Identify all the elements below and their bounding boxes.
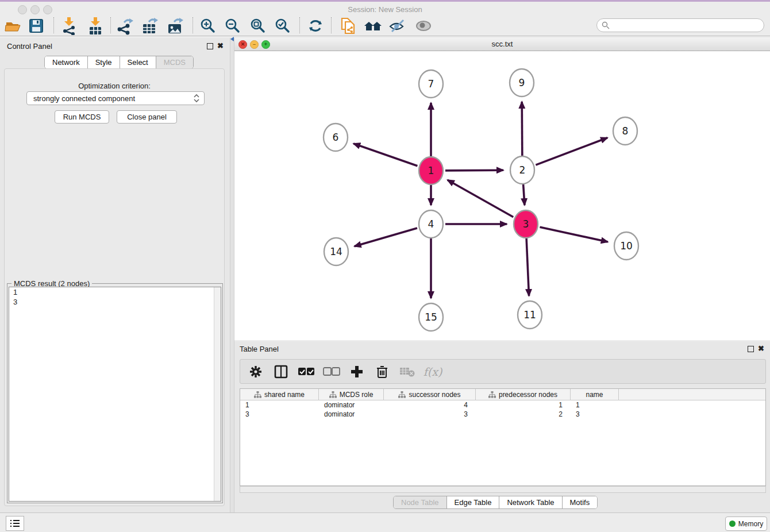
column-chooser-icon[interactable] [272, 364, 290, 380]
graph-edge-1-6[interactable] [353, 144, 417, 166]
close-panel-button[interactable]: Close panel [117, 110, 177, 124]
export-network-icon[interactable] [116, 17, 135, 35]
column-header-successor-nodes[interactable]: successor nodes [384, 389, 476, 400]
criterion-value: strongly connected component [27, 94, 194, 103]
graph-edge-3-10[interactable] [540, 227, 607, 242]
tab-select[interactable]: Select [120, 56, 156, 68]
function-builder-icon[interactable]: f(x) [424, 364, 441, 380]
network-from-selection-icon[interactable] [338, 17, 357, 35]
memory-button[interactable]: Memory [725, 516, 767, 531]
graph-node-label-2: 2 [519, 164, 526, 176]
column-header-label: MCDS role [340, 391, 374, 399]
graph-edge-1-2[interactable] [445, 170, 503, 171]
tab-node-table[interactable]: Node Table [394, 496, 447, 508]
table-cell[interactable]: 2 [476, 410, 571, 419]
hide-selected-icon[interactable] [388, 17, 407, 35]
criterion-select[interactable]: strongly connected component [26, 91, 205, 105]
graph-node-label-8: 8 [622, 125, 629, 137]
unselect-all-columns-icon[interactable] [323, 364, 340, 380]
select-stepper-icon [194, 94, 199, 103]
mcds-result-box: MCDS result (2 nodes) 13 [7, 283, 223, 503]
column-type-icon [254, 391, 261, 398]
graph-edge-4-14[interactable] [355, 228, 417, 246]
delete-table-icon[interactable] [399, 364, 416, 380]
memory-status-icon [729, 521, 736, 527]
table-toolbar: f(x) [240, 359, 766, 384]
column-header-label: shared name [264, 391, 305, 399]
table-settings-icon[interactable] [247, 364, 264, 380]
memory-label: Memory [738, 520, 763, 528]
graph-edge-2-8[interactable] [536, 138, 607, 165]
graph-node-label-9: 9 [519, 77, 525, 88]
graph-edge-2-9[interactable] [522, 102, 522, 156]
control-panel-close-icon[interactable]: ✖ [217, 43, 224, 49]
table-row[interactable]: 3dominator323 [240, 410, 765, 419]
table-horizontal-scrollbar[interactable] [240, 486, 766, 493]
table-cell[interactable]: 1 [476, 400, 571, 410]
table-row[interactable]: 1dominator411 [240, 400, 765, 410]
zoom-fit-icon[interactable] [248, 17, 268, 35]
main-toolbar [0, 16, 770, 36]
table-cell[interactable]: dominator [319, 410, 384, 419]
tab-mcds[interactable]: MCDS [156, 56, 193, 68]
show-all-icon[interactable] [414, 17, 433, 35]
save-session-icon[interactable] [26, 17, 46, 35]
search-input[interactable] [610, 21, 756, 30]
network-window-titlebar[interactable]: ✕ – + scc.txt [234, 38, 770, 51]
column-type-icon [398, 391, 406, 398]
column-type-icon [329, 391, 337, 398]
graph-edge-2-3[interactable] [523, 184, 525, 205]
result-scrollbar[interactable] [214, 287, 221, 501]
tab-network-table[interactable]: Network Table [499, 496, 562, 508]
table-cell[interactable]: dominator [319, 400, 384, 410]
tab-style[interactable]: Style [88, 56, 120, 68]
toolbar-separator [110, 17, 111, 33]
search-box[interactable] [596, 18, 764, 32]
mcds-result-value: 1 [9, 287, 221, 297]
delete-column-icon[interactable] [374, 364, 391, 380]
column-header-MCDS-role[interactable]: MCDS role [319, 389, 384, 400]
graph-node-label-4: 4 [428, 218, 434, 230]
zoom-in-icon[interactable] [198, 17, 218, 35]
column-header-name[interactable]: name [571, 389, 619, 400]
import-network-icon[interactable] [59, 17, 79, 35]
refresh-icon[interactable] [306, 17, 325, 35]
table-cell[interactable]: 1 [571, 400, 619, 410]
table-cell[interactable]: 1 [240, 400, 319, 410]
first-neighbors-icon[interactable] [363, 17, 383, 35]
import-table-icon[interactable] [86, 17, 105, 35]
zoom-out-icon[interactable] [223, 17, 242, 35]
node-table[interactable]: shared nameMCDS rolesuccessor nodesprede… [240, 388, 766, 486]
vertical-splitter[interactable] [230, 38, 234, 512]
optimization-criterion-label: Optimization criterion: [5, 82, 224, 90]
network-canvas[interactable]: 7968124314101511 [234, 51, 770, 340]
table-panel-float-icon[interactable] [748, 346, 754, 352]
graph-node-label-11: 11 [523, 309, 536, 321]
splitter-collapse-icon[interactable] [230, 37, 234, 41]
table-cell[interactable]: 3 [571, 410, 619, 419]
column-header-predecessor-nodes[interactable]: predecessor nodes [476, 389, 571, 400]
table-cell[interactable]: 3 [384, 410, 476, 419]
task-history-button[interactable] [6, 516, 24, 531]
add-column-icon[interactable] [348, 364, 365, 380]
graph-edge-3-1[interactable] [448, 180, 513, 217]
export-table-icon[interactable] [140, 17, 160, 35]
table-cell[interactable]: 4 [384, 400, 476, 410]
tab-edge-table[interactable]: Edge Table [447, 496, 500, 508]
export-image-icon[interactable] [165, 17, 185, 35]
control-panel-tabs: NetworkStyleSelectMCDS [44, 56, 194, 69]
tab-motifs[interactable]: Motifs [563, 496, 598, 508]
table-panel-title: Table Panel [240, 345, 279, 353]
tab-network[interactable]: Network [45, 56, 88, 68]
control-panel-float-icon[interactable] [207, 43, 213, 49]
open-session-icon[interactable] [3, 17, 22, 35]
table-cell[interactable]: 3 [240, 410, 319, 419]
column-header-shared-name[interactable]: shared name [240, 389, 319, 400]
zoom-selected-icon[interactable] [273, 17, 292, 35]
graph-node-label-7: 7 [428, 78, 434, 90]
mcds-result-textarea[interactable]: 13 [9, 287, 221, 502]
select-all-columns-icon[interactable] [298, 364, 315, 380]
table-panel-close-icon[interactable]: ✖ [758, 345, 764, 352]
graph-edge-3-11[interactable] [526, 238, 529, 296]
run-mcds-button[interactable]: Run MCDS [55, 110, 109, 124]
